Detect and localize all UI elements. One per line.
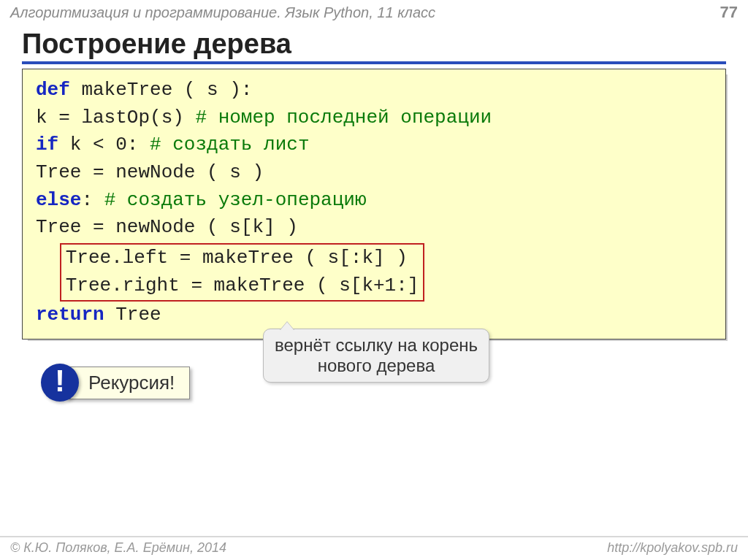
code-text: k = lastOp(s) xyxy=(36,107,195,129)
callout-note: вернёт ссылку на корень нового дерева xyxy=(263,329,489,383)
recursion-note: ! Рекурсия! xyxy=(41,364,190,402)
page-number: 77 xyxy=(720,3,738,22)
footer-left: © К.Ю. Поляков, Е.А. Ерёмин, 2014 xyxy=(10,540,226,556)
code-text: makeTree ( s ): xyxy=(70,79,253,101)
callout-text: вернёт ссылку на корень нового дерева xyxy=(275,335,478,375)
footer-right: http://kpolyakov.spb.ru xyxy=(607,540,738,556)
header-bar: Алгоритмизация и программирование. Язык … xyxy=(0,0,748,24)
kw-else: else xyxy=(36,189,81,211)
recursion-highlight: Tree.left = makeTree ( s[:k] ) Tree.righ… xyxy=(60,243,425,301)
code-text: Tree = newNode ( s[k] ) xyxy=(36,216,298,238)
callout-tip xyxy=(280,322,294,331)
comment: # номер последней операции xyxy=(195,107,492,129)
course-title: Алгоритмизация и программирование. Язык … xyxy=(10,4,435,21)
code-text: Tree.right = makeTree ( s[k+1:] xyxy=(66,272,419,300)
comment: # создать узел-операцию xyxy=(104,189,367,211)
code-text: : xyxy=(81,189,104,211)
page-title: Построение дерева xyxy=(22,28,748,60)
code-text: k < 0: xyxy=(58,134,150,156)
kw-return: return xyxy=(36,304,104,326)
comment: # создать лист xyxy=(150,134,309,156)
footer-bar: © К.Ю. Поляков, Е.А. Ерёмин, 2014 http:/… xyxy=(0,536,748,556)
kw-if: if xyxy=(36,134,58,156)
code-block: def makeTree ( s ): k = lastOp(s) # номе… xyxy=(22,69,726,340)
recursion-label: Рекурсия! xyxy=(66,367,190,399)
code-text: Tree = newNode ( s ) xyxy=(36,161,264,183)
code-content: def makeTree ( s ): k = lastOp(s) # номе… xyxy=(22,69,726,340)
code-text: Tree xyxy=(104,304,161,326)
exclamation-icon: ! xyxy=(41,364,79,402)
title-underline xyxy=(22,61,726,64)
kw-def: def xyxy=(36,79,70,101)
code-text: Tree.left = makeTree ( s[:k] ) xyxy=(66,245,419,272)
